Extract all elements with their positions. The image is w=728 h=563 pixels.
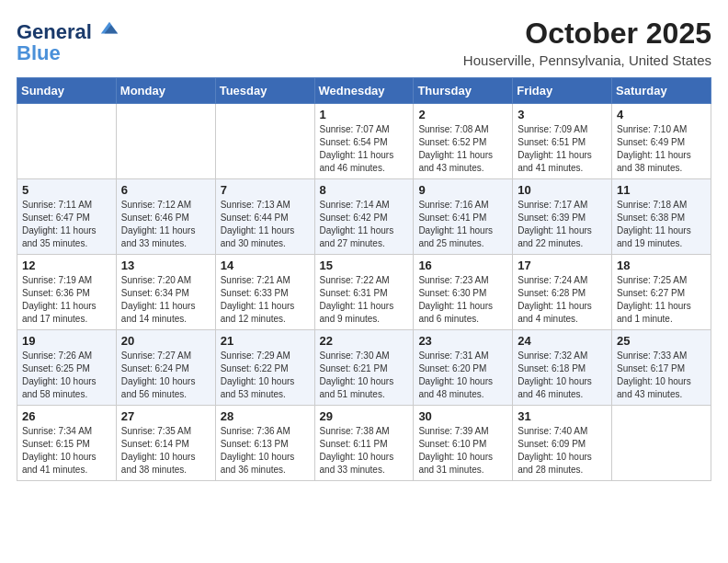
day-number: 6 <box>121 183 210 197</box>
calendar-cell: 24Sunrise: 7:32 AM Sunset: 6:18 PM Dayli… <box>513 330 612 406</box>
day-info: Sunrise: 7:38 AM Sunset: 6:11 PM Dayligh… <box>320 425 409 477</box>
day-header-saturday: Saturday <box>612 78 711 104</box>
day-number: 21 <box>221 334 310 348</box>
calendar-cell: 26Sunrise: 7:34 AM Sunset: 6:15 PM Dayli… <box>17 406 117 481</box>
calendar-week-2: 5Sunrise: 7:11 AM Sunset: 6:47 PM Daylig… <box>17 179 711 255</box>
calendar-cell: 20Sunrise: 7:27 AM Sunset: 6:24 PM Dayli… <box>116 330 215 406</box>
calendar-cell: 2Sunrise: 7:08 AM Sunset: 6:52 PM Daylig… <box>414 104 513 179</box>
day-info: Sunrise: 7:22 AM Sunset: 6:31 PM Dayligh… <box>320 274 409 326</box>
calendar-cell: 25Sunrise: 7:33 AM Sunset: 6:17 PM Dayli… <box>612 330 711 406</box>
calendar-cell: 19Sunrise: 7:26 AM Sunset: 6:25 PM Dayli… <box>17 330 117 406</box>
day-number: 27 <box>121 409 210 423</box>
day-number: 29 <box>320 409 409 423</box>
calendar-cell: 7Sunrise: 7:13 AM Sunset: 6:44 PM Daylig… <box>215 179 314 255</box>
day-info: Sunrise: 7:40 AM Sunset: 6:09 PM Dayligh… <box>518 425 607 477</box>
calendar-week-3: 12Sunrise: 7:19 AM Sunset: 6:36 PM Dayli… <box>17 255 711 330</box>
calendar-cell: 22Sunrise: 7:30 AM Sunset: 6:21 PM Dayli… <box>314 330 414 406</box>
day-info: Sunrise: 7:08 AM Sunset: 6:52 PM Dayligh… <box>418 123 507 175</box>
day-number: 22 <box>320 334 409 348</box>
calendar-cell: 16Sunrise: 7:23 AM Sunset: 6:30 PM Dayli… <box>414 255 513 330</box>
day-info: Sunrise: 7:31 AM Sunset: 6:20 PM Dayligh… <box>418 350 507 401</box>
calendar-page: General Blue October 2025 Houserville, P… <box>0 0 728 563</box>
logo: General Blue <box>17 17 119 63</box>
logo-text: General <box>17 17 119 43</box>
day-number: 15 <box>320 259 409 272</box>
day-info: Sunrise: 7:09 AM Sunset: 6:51 PM Dayligh… <box>518 123 607 175</box>
day-number: 4 <box>617 108 706 121</box>
day-info: Sunrise: 7:24 AM Sunset: 6:28 PM Dayligh… <box>518 274 607 326</box>
calendar-cell: 29Sunrise: 7:38 AM Sunset: 6:11 PM Dayli… <box>314 406 414 481</box>
day-info: Sunrise: 7:32 AM Sunset: 6:18 PM Dayligh… <box>518 350 607 401</box>
calendar-cell: 5Sunrise: 7:11 AM Sunset: 6:47 PM Daylig… <box>17 179 117 255</box>
day-info: Sunrise: 7:29 AM Sunset: 6:22 PM Dayligh… <box>221 350 310 401</box>
calendar-cell: 1Sunrise: 7:07 AM Sunset: 6:54 PM Daylig… <box>314 104 414 179</box>
day-info: Sunrise: 7:13 AM Sunset: 6:44 PM Dayligh… <box>221 199 310 250</box>
day-number: 11 <box>617 183 706 197</box>
day-number: 24 <box>518 334 607 348</box>
day-info: Sunrise: 7:36 AM Sunset: 6:13 PM Dayligh… <box>221 425 310 477</box>
day-number: 26 <box>22 409 111 423</box>
day-header-friday: Friday <box>513 78 612 104</box>
day-number: 30 <box>418 409 507 423</box>
day-info: Sunrise: 7:35 AM Sunset: 6:14 PM Dayligh… <box>121 425 210 477</box>
day-number: 3 <box>518 108 607 121</box>
calendar-cell: 6Sunrise: 7:12 AM Sunset: 6:46 PM Daylig… <box>116 179 215 255</box>
calendar-cell: 3Sunrise: 7:09 AM Sunset: 6:51 PM Daylig… <box>513 104 612 179</box>
logo-blue: Blue <box>17 43 119 63</box>
day-number: 12 <box>22 259 111 272</box>
day-number: 17 <box>518 259 607 272</box>
calendar-cell: 11Sunrise: 7:18 AM Sunset: 6:38 PM Dayli… <box>612 179 711 255</box>
day-info: Sunrise: 7:20 AM Sunset: 6:34 PM Dayligh… <box>121 274 210 326</box>
day-number: 20 <box>121 334 210 348</box>
month-year: October 2025 <box>463 17 711 51</box>
calendar-cell: 13Sunrise: 7:20 AM Sunset: 6:34 PM Dayli… <box>116 255 215 330</box>
day-number: 19 <box>22 334 111 348</box>
calendar-cell: 30Sunrise: 7:39 AM Sunset: 6:10 PM Dayli… <box>414 406 513 481</box>
day-info: Sunrise: 7:23 AM Sunset: 6:30 PM Dayligh… <box>418 274 507 326</box>
day-info: Sunrise: 7:19 AM Sunset: 6:36 PM Dayligh… <box>22 274 111 326</box>
calendar-cell <box>612 406 711 481</box>
day-number: 5 <box>22 183 111 197</box>
calendar-cell: 15Sunrise: 7:22 AM Sunset: 6:31 PM Dayli… <box>314 255 414 330</box>
calendar-cell <box>17 104 117 179</box>
day-info: Sunrise: 7:27 AM Sunset: 6:24 PM Dayligh… <box>121 350 210 401</box>
day-info: Sunrise: 7:30 AM Sunset: 6:21 PM Dayligh… <box>320 350 409 401</box>
day-info: Sunrise: 7:18 AM Sunset: 6:38 PM Dayligh… <box>617 199 706 250</box>
day-info: Sunrise: 7:11 AM Sunset: 6:47 PM Dayligh… <box>22 199 111 250</box>
calendar-cell: 21Sunrise: 7:29 AM Sunset: 6:22 PM Dayli… <box>215 330 314 406</box>
calendar-cell: 23Sunrise: 7:31 AM Sunset: 6:20 PM Dayli… <box>414 330 513 406</box>
calendar-week-4: 19Sunrise: 7:26 AM Sunset: 6:25 PM Dayli… <box>17 330 711 406</box>
day-number: 2 <box>418 108 507 121</box>
day-number: 18 <box>617 259 706 272</box>
day-number: 16 <box>418 259 507 272</box>
day-number: 9 <box>418 183 507 197</box>
calendar-cell <box>215 104 314 179</box>
title-block: October 2025 Houserville, Pennsylvania, … <box>463 17 711 68</box>
day-number: 25 <box>617 334 706 348</box>
day-header-wednesday: Wednesday <box>314 78 414 104</box>
calendar-cell: 4Sunrise: 7:10 AM Sunset: 6:49 PM Daylig… <box>612 104 711 179</box>
day-info: Sunrise: 7:39 AM Sunset: 6:10 PM Dayligh… <box>418 425 507 477</box>
calendar-cell: 17Sunrise: 7:24 AM Sunset: 6:28 PM Dayli… <box>513 255 612 330</box>
day-header-monday: Monday <box>116 78 215 104</box>
day-info: Sunrise: 7:33 AM Sunset: 6:17 PM Dayligh… <box>617 350 706 401</box>
calendar-cell: 28Sunrise: 7:36 AM Sunset: 6:13 PM Dayli… <box>215 406 314 481</box>
calendar-table: SundayMondayTuesdayWednesdayThursdayFrid… <box>17 77 711 481</box>
day-header-sunday: Sunday <box>17 78 117 104</box>
day-number: 13 <box>121 259 210 272</box>
calendar-cell: 27Sunrise: 7:35 AM Sunset: 6:14 PM Dayli… <box>116 406 215 481</box>
header: General Blue October 2025 Houserville, P… <box>17 17 711 68</box>
calendar-header-row: SundayMondayTuesdayWednesdayThursdayFrid… <box>17 78 711 104</box>
day-number: 31 <box>518 409 607 423</box>
calendar-cell: 31Sunrise: 7:40 AM Sunset: 6:09 PM Dayli… <box>513 406 612 481</box>
day-info: Sunrise: 7:07 AM Sunset: 6:54 PM Dayligh… <box>320 123 409 175</box>
calendar-week-1: 1Sunrise: 7:07 AM Sunset: 6:54 PM Daylig… <box>17 104 711 179</box>
day-number: 28 <box>221 409 310 423</box>
day-info: Sunrise: 7:21 AM Sunset: 6:33 PM Dayligh… <box>221 274 310 326</box>
day-header-thursday: Thursday <box>414 78 513 104</box>
day-info: Sunrise: 7:14 AM Sunset: 6:42 PM Dayligh… <box>320 199 409 250</box>
calendar-week-5: 26Sunrise: 7:34 AM Sunset: 6:15 PM Dayli… <box>17 406 711 481</box>
day-info: Sunrise: 7:17 AM Sunset: 6:39 PM Dayligh… <box>518 199 607 250</box>
location: Houserville, Pennsylvania, United States <box>463 52 711 68</box>
day-number: 23 <box>418 334 507 348</box>
